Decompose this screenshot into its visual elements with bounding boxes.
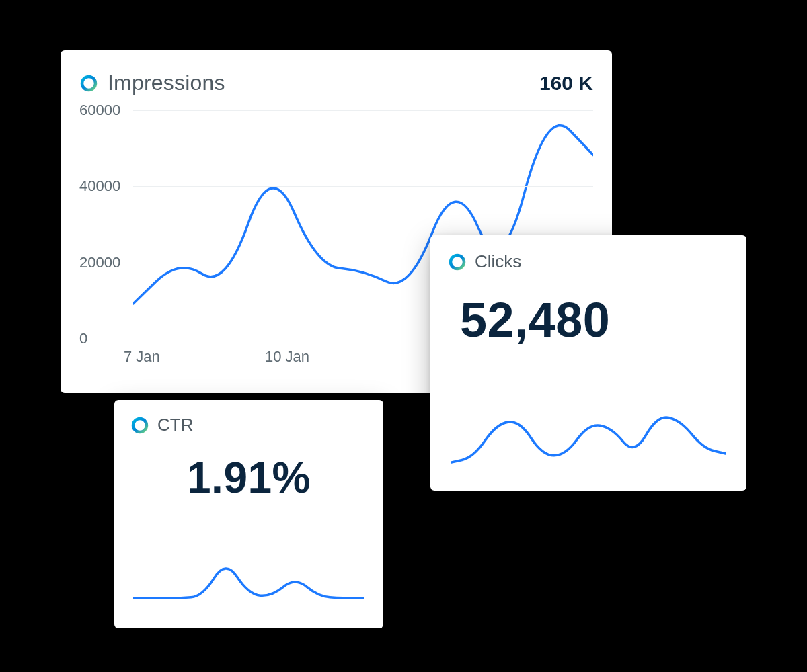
ring-icon: [130, 416, 149, 435]
x-tick-label: 10 Jan: [265, 348, 309, 366]
clicks-value: 52,480: [460, 292, 729, 347]
ring-icon: [448, 253, 467, 271]
clicks-header: Clicks: [448, 251, 729, 272]
y-tick-label: 60000: [79, 101, 125, 119]
clicks-title: Clicks: [475, 251, 521, 272]
impressions-title: Impressions: [108, 71, 225, 95]
ring-icon: [79, 74, 98, 93]
impressions-total: 160 K: [539, 72, 593, 95]
x-tick-label: 7 Jan: [124, 348, 160, 366]
impressions-header: Impressions 160 K: [79, 71, 593, 95]
svg-point-2: [133, 419, 147, 432]
ctr-sparkline: [133, 552, 364, 612]
impressions-header-left: Impressions: [79, 71, 225, 95]
svg-point-1: [451, 255, 464, 269]
ctr-title: CTR: [157, 415, 193, 435]
ctr-card: CTR 1.91%: [114, 400, 383, 628]
y-tick-label: 0: [79, 330, 125, 347]
grid-line: [133, 186, 593, 187]
ctr-value: 1.91%: [130, 453, 367, 503]
clicks-sparkline: [451, 409, 726, 473]
svg-point-0: [82, 77, 95, 90]
y-tick-label: 20000: [79, 254, 125, 271]
ctr-header: CTR: [130, 415, 367, 435]
grid-line: [133, 110, 593, 111]
y-tick-label: 40000: [79, 177, 125, 195]
clicks-card: Clicks 52,480: [430, 235, 746, 491]
